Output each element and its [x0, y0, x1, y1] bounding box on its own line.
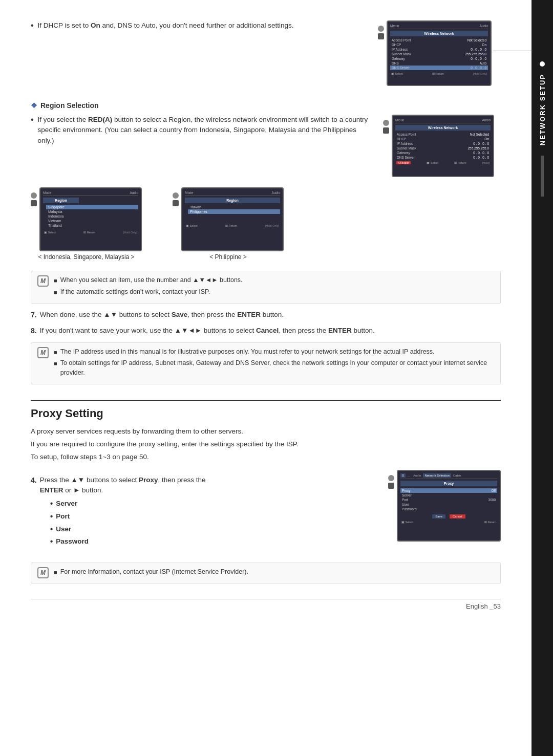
note-bullet-1b: ■ [54, 288, 57, 297]
proxy-sub-bullet-4: • [50, 536, 53, 547]
note-content-3: ■ For more information, contact your ISP… [54, 567, 494, 579]
region-content: • If you select the RED(A) button to sel… [31, 115, 501, 177]
bullet-dot: • [31, 20, 34, 31]
proxy-steps-area: 4. Press the ▲▼ buttons to select Proxy,… [31, 470, 501, 555]
note-text-1b: If the automatic settings don't work, co… [60, 287, 210, 297]
proxy-sub-server: Server [56, 499, 77, 509]
note-box-1: M ■ When you select an item, use the num… [31, 271, 501, 304]
screen-philippine: ModeAudio Region Taiwan Philippines ▣ Se… [173, 187, 284, 261]
region-text: • If you select the RED(A) button to sel… [31, 115, 373, 149]
note-content-1: ■ When you select an item, use the numbe… [54, 275, 494, 299]
proxy-sub-items: •Server •Port •User •Password [50, 499, 206, 547]
step-7-num: 7. [31, 310, 37, 320]
proxy-section-title: Proxy Setting [31, 407, 501, 420]
note-bullet-2a: ■ [54, 348, 57, 357]
top-bullet-text: If DHCP is set to On and, DNS to Auto, y… [38, 20, 294, 31]
proxy-sub-bullet-1: • [50, 499, 53, 509]
note-box-2: M ■ The IP address used in this manual i… [31, 342, 501, 384]
note-bullet-2b: ■ [54, 359, 57, 368]
step-8-text: If you don't want to save your work, use… [40, 326, 375, 336]
bottom-images-row: ModeAudio Region Singapore Malaysia Indo [31, 187, 501, 261]
note-text-3: For more information, contact your ISP (… [60, 567, 248, 577]
region-section: ❖ Region Selection • If you select the R… [31, 101, 501, 261]
proxy-step-4-num: 4. [31, 475, 37, 486]
step-8-num: 8. [31, 326, 37, 336]
step-7: 7. When done, use the ▲▼ buttons to sele… [31, 310, 501, 320]
page-number: English _53 [466, 602, 501, 610]
step-7-text: When done, use the ▲▼ buttons to select … [40, 310, 284, 320]
note-bullet-1a: ■ [54, 276, 57, 285]
diamond-icon: ❖ [31, 101, 37, 110]
sidebar-right: NETWORK SETUP [531, 0, 553, 756]
note-bullet-3: ■ [54, 568, 57, 577]
note-content-2: ■ The IP address used in this manual is … [54, 347, 494, 380]
region-images: MeнюAudio Wireless Network Access PointN… [383, 115, 501, 177]
proxy-intro-3: To setup, follow steps 1~3 on page 50. [31, 452, 501, 463]
note-box-3: M ■ For more information, contact your I… [31, 563, 501, 584]
sidebar-bar [541, 156, 544, 197]
proxy-intro-2: If you are required to configure the pro… [31, 439, 501, 450]
sidebar-dot [540, 61, 545, 67]
proxy-sub-password: Password [56, 536, 89, 547]
proxy-step-4: 4. Press the ▲▼ buttons to select Proxy,… [31, 475, 373, 550]
page-footer: English _53 [31, 599, 501, 610]
region-section-title: Region Selection [40, 101, 99, 110]
proxy-sub-bullet-2: • [50, 511, 53, 522]
caption-philippine: < Philippine > [209, 253, 247, 261]
proxy-sub-port: Port [56, 511, 70, 522]
proxy-section: Proxy Setting A proxy server services re… [31, 400, 501, 554]
screen-mockup-top: MeнюAudio Wireless Network Access PointN… [378, 20, 492, 86]
region-section-header: ❖ Region Selection [31, 101, 501, 110]
note-icon-1: M [37, 275, 49, 287]
note-text-2b: To obtain settings for IP address, Subne… [60, 358, 494, 378]
note-text-2a: The IP address used in this manual is fo… [60, 347, 435, 357]
top-image-area: MeнюAudio Wireless Network Access PointN… [378, 20, 501, 86]
caption-indonesia: < Indonesia, Singapore, Malaysia > [38, 253, 134, 261]
proxy-step-4-text: Press the ▲▼ buttons to select Proxy, th… [40, 476, 206, 484]
proxy-step-4-enter: ENTER or ► button. [40, 486, 103, 494]
step-8: 8. If you don't want to save your work, … [31, 326, 501, 336]
region-bullet-dot: • [31, 115, 34, 125]
proxy-sub-user: User [56, 524, 71, 534]
proxy-sub-bullet-3: • [50, 524, 53, 535]
proxy-screen-mockup: S ... Audio Network Selection Cable Prox… [388, 470, 501, 542]
screen-indonesia: ModeAudio Region Singapore Malaysia Indo [31, 187, 142, 261]
note-icon-3: M [37, 567, 49, 578]
proxy-step-content: 4. Press the ▲▼ buttons to select Proxy,… [31, 470, 373, 555]
region-bullet-text: If you select the RED(A) button to selec… [38, 115, 373, 146]
note-icon-2: M [37, 347, 49, 358]
proxy-intro-1: A proxy server services requests by forw… [31, 426, 501, 437]
sidebar-label: NETWORK SETUP [539, 74, 546, 145]
note-text-1a: When you select an item, use the number … [60, 275, 243, 285]
top-bullet-item: • If DHCP is set to On and, DNS to Auto,… [31, 20, 363, 31]
